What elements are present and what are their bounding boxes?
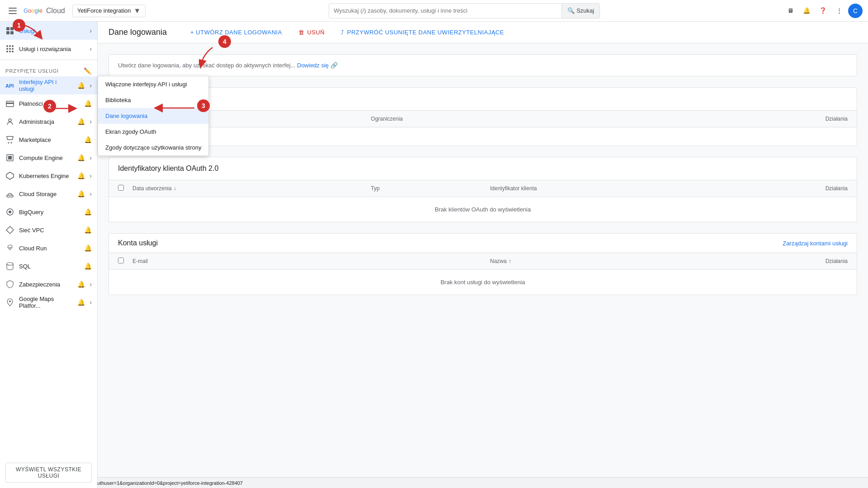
restore-label: PRZYWRÓĆ USUNIĘTE DANE UWIERZYTELNIAJĄCE <box>347 29 504 36</box>
submenu-item-zgody[interactable]: Zgody dotyczące użytkowania strony <box>98 140 208 155</box>
bell-icon-marketplace: 🔔 <box>84 136 92 143</box>
submenu-item-wlaczone[interactable]: Włączone interfejsy API i usługi <box>98 76 208 92</box>
bell-icon-platnosci: 🔔 <box>84 100 92 107</box>
sidebar-item-marketplace[interactable]: Marketplace 🔔 <box>0 131 97 149</box>
project-selector[interactable]: YetiForce integration ▼ <box>72 5 146 17</box>
page-title: Dane logowania <box>108 28 167 37</box>
google-logo: Google <box>24 7 42 14</box>
svg-point-11 <box>9 51 11 52</box>
vpc-icon <box>5 225 14 235</box>
create-credentials-button[interactable]: + UTWÓRZ DANE LOGOWANIA <box>185 26 288 38</box>
manage-service-accounts-link[interactable]: Zarządzaj kontami usługi <box>783 240 848 247</box>
oauth-empty: Brak klientów OAuth do wyświetlenia <box>109 197 857 222</box>
sidebar-item-uslugi[interactable]: Usługi › <box>0 22 97 40</box>
svg-point-10 <box>6 51 8 52</box>
sidebar-item-administracja[interactable]: Administracja 🔔 › <box>0 113 97 131</box>
sidebar-item-compute[interactable]: Compute Engine 🔔 › <box>0 149 97 167</box>
sidebar-item-sql[interactable]: SQL 🔔 <box>0 257 97 275</box>
delete-button[interactable]: 🗑 USUŃ <box>293 26 330 38</box>
monitor-button[interactable]: 🖥 <box>783 4 797 18</box>
svg-point-18 <box>11 142 12 144</box>
compute-icon <box>5 153 14 162</box>
show-all-button[interactable]: WYŚWIETL WSZYSTKIE USŁUGI <box>5 463 92 483</box>
submenu-item-dane-logowania[interactable]: Dane logowania <box>98 108 208 124</box>
bigquery-icon <box>5 207 14 216</box>
more-options-button[interactable]: ⋮ <box>832 4 846 18</box>
sidebar-item-cloud-storage[interactable]: Cloud Storage 🔔 › <box>0 185 97 203</box>
help-button[interactable]: ❓ <box>816 4 830 18</box>
sidebar-item-vpc[interactable]: Sieć VPC 🔔 <box>0 221 97 239</box>
service-accounts-header-row: Konta usługi Zarządzaj kontami usługi <box>109 234 857 253</box>
type-label: Typ <box>371 185 379 192</box>
svg-rect-0 <box>6 27 9 30</box>
name-label: Nazwa <box>490 258 507 264</box>
learn-more-link[interactable]: Dowiedz się <box>297 62 329 69</box>
sidebar-label-platnosci: Płatności <box>19 100 80 107</box>
search-button[interactable]: 🔍 Szukaj <box>561 4 599 18</box>
sidebar-label-kubernetes: Kubernetes Engine <box>19 173 73 179</box>
checkbox-all-sa[interactable] <box>118 258 124 263</box>
search-area: 🔍 Szukaj <box>149 3 779 19</box>
col-name-sa: Nazwa ↑ <box>490 258 728 264</box>
submenu-item-ekran-zgody[interactable]: Ekran zgody OAuth <box>98 124 208 140</box>
sidebar-item-uslugi-rozwiazania[interactable]: Usługi i rozwiązania › <box>0 40 97 58</box>
svg-point-7 <box>6 48 8 50</box>
restore-button[interactable]: ⤴ PRZYWRÓĆ USUNIĘTE DANE UWIERZYTELNIAJĄ… <box>335 26 509 38</box>
search-input[interactable] <box>334 7 561 14</box>
sidebar-item-kubernetes[interactable]: Kubernetes Engine 🔔 › <box>0 167 97 185</box>
apps-icon <box>5 44 14 53</box>
kubernetes-icon <box>5 171 14 180</box>
sidebar-label-uslugi: Usługi <box>19 28 85 34</box>
svg-point-6 <box>12 45 14 47</box>
sidebar-label-security: Zabezpieczenia <box>19 281 73 288</box>
sidebar-item-cloudrun[interactable]: Cloud Run 🔔 <box>0 239 97 257</box>
pinned-section-header: PRZYPIĘTE USŁUGI ✏️ <box>0 62 97 76</box>
api-keys-title: Klucze API <box>109 88 857 111</box>
sidebar-label-bigquery: BigQuery <box>19 209 80 216</box>
chevron-right-icon-2: › <box>90 45 92 52</box>
sidebar-label-storage: Cloud Storage <box>19 191 73 197</box>
sidebar-item-security[interactable]: Zabezpieczenia 🔔 › <box>0 275 97 293</box>
sidebar: Usługi › Usługi i rozwiązania › PRZYPIĘT… <box>0 22 98 488</box>
svg-point-26 <box>9 300 11 302</box>
api-keys-empty <box>109 127 857 145</box>
bell-icon-compute: 🔔 <box>77 154 85 161</box>
marketplace-icon <box>5 135 14 144</box>
svg-rect-3 <box>10 31 14 34</box>
sidebar-item-platnosci[interactable]: Płatności 🔔 <box>0 94 97 113</box>
sidebar-item-bigquery[interactable]: BigQuery 🔔 <box>0 203 97 221</box>
col-client-id: Identyfikator klienta <box>490 185 728 192</box>
sidebar-label-sql: SQL <box>19 263 80 270</box>
email-label: E-mail <box>132 258 148 264</box>
google-cloud-logo[interactable]: Google Cloud <box>24 7 65 15</box>
sidebar-divider <box>0 60 97 60</box>
sidebar-item-maps[interactable]: Google Maps Platfor... 🔔 › <box>0 293 97 311</box>
restrictions-label: Ograniczenia <box>371 116 403 122</box>
edit-icon[interactable]: ✏️ <box>84 67 92 75</box>
content-header: Dane logowania + UTWÓRZ DANE LOGOWANIA 🗑… <box>98 22 868 43</box>
notifications-button[interactable]: 🔔 <box>799 4 814 18</box>
sidebar-label-uslugi-rozwiazania: Usługi i rozwiązania <box>19 46 85 52</box>
menu-button[interactable] <box>5 4 20 18</box>
sidebar-item-api[interactable]: API Interfejsy API i usługi 🔔 › <box>0 76 97 94</box>
sort-arrow-date-oauth[interactable]: ↓ <box>174 185 176 192</box>
svg-point-24 <box>9 211 11 213</box>
checkbox-all-oauth[interactable] <box>118 185 124 191</box>
submenu-popup: Włączone interfejsy API i usługi Bibliot… <box>98 76 209 156</box>
sidebar-label-marketplace: Marketplace <box>19 136 80 143</box>
service-accounts-section: Konta usługi Zarządzaj kontami usługi E-… <box>108 233 857 295</box>
storage-icon <box>5 189 14 198</box>
topbar-right: 🖥 🔔 ❓ ⋮ C <box>783 4 863 18</box>
security-icon <box>5 280 14 289</box>
bell-icon-api: 🔔 <box>77 82 85 89</box>
col-type-oauth: Typ <box>371 185 490 192</box>
svg-rect-22 <box>7 195 13 197</box>
trash-icon: 🗑 <box>298 29 305 36</box>
user-avatar[interactable]: C <box>848 4 863 18</box>
actions-label-sa: Działania <box>826 258 848 264</box>
submenu-item-biblioteka[interactable]: Biblioteka <box>98 92 208 108</box>
sort-arrow-name-sa[interactable]: ↑ <box>509 258 511 264</box>
search-label: Szukaj <box>576 7 594 14</box>
api-keys-table-header: Data utworzenia ↓ Ograniczenia Działania <box>109 111 857 127</box>
cloudrun-icon <box>5 244 14 253</box>
